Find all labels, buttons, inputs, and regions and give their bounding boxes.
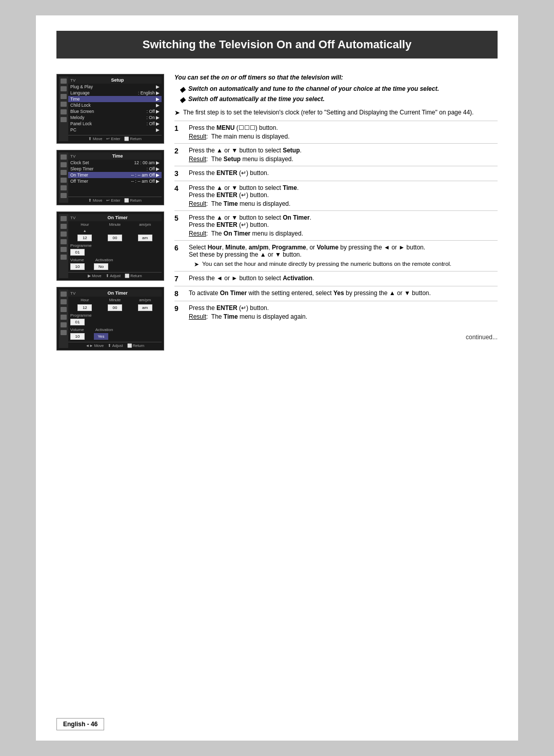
step-2-content: Press the ▲ or ▼ button to select Setup.… [189,147,498,163]
setup-row-time: Time▶ [68,96,162,102]
setup-row-melody: Melody: On ▶ [68,114,162,121]
sidebar-icon-o1f [61,255,67,260]
sidebar-icon-1 [61,79,67,84]
sidebar-icon-o2e [61,322,67,327]
sidebar-icon-o2b [61,299,67,304]
footer-text: English - 46 [63,721,97,728]
ontimer1-footer: ▶ Move ⬆ Adjust ⬜ Return [68,272,162,278]
ontimer1-grid: Hour Minute am/pm [68,221,162,228]
step-9-num: 9 [174,304,184,320]
ontimer1-arrows-up: ▲ [68,228,162,234]
sidebar-icon-t3 [61,170,67,175]
title-box: Switching the Television On and Off Auto… [56,31,498,59]
step-7-content: Press the ◄ or ► button to select Activa… [189,275,498,283]
time-row-sleep: Sleep Timer: Off ▶ [68,166,162,172]
time-row-ontimer: On Timer-- : -- am Off ▶ [68,172,162,178]
menu-sidebar-4 [59,289,68,348]
page-title: Switching the Television On and Off Auto… [68,38,486,51]
step-6-note-text: You can set the hour and minute directly… [202,261,451,268]
step-3: 3 Press the ENTER (↵) button. [174,166,498,181]
step-4-result: Result: The Time menu is displayed. [189,200,498,207]
step-6: 6 Select Hour, Minute, am/pm, Programme,… [174,240,498,271]
step-7: 7 Press the ◄ or ► button to select Acti… [174,271,498,286]
sidebar-icon-2 [61,86,67,91]
step-2-text: Press the ▲ or ▼ button to select Setup. [189,147,302,154]
sidebar-icon-5 [61,109,67,114]
bullet-text-1: Switch on automatically and tune to the … [188,85,439,93]
ontimer1-vol-act-labels: Volume Activation [68,257,162,263]
page: Switching the Television On and Off Auto… [36,15,518,741]
step-9: 9 Press the ENTER (↵) button. Result: Th… [174,301,498,323]
arrow-symbol-intro: ➤ [174,109,180,117]
bullet-item-2: ◆ Switch off automatically at the time y… [180,95,498,104]
sidebar-icon-t1 [61,154,67,160]
setup-menu-main: TV Setup Plug & Play▶ Language: English … [68,76,162,141]
bullet-text-2: Switch off automatically at the time you… [188,95,325,104]
ontimer2-main: TV On Timer Hour Minute am/pm 12 00 [68,289,162,348]
sidebar-icon-4 [61,102,67,107]
step-9-text: Press the ENTER (↵) button. [189,304,269,312]
setup-row-plug: Plug & Play▶ [68,84,162,90]
time-row-clockset: Clock Set12 : 00 am ▶ [68,160,162,166]
step-8-content: To activate On Timer with the setting en… [189,289,498,298]
step-2: 2 Press the ▲ or ▼ button to select Setu… [174,143,498,166]
ontimer1-prog-val: 01 [68,249,162,257]
content-area: TV Setup Plug & Play▶ Language: English … [56,74,498,351]
step-4: 4 Press the ▲ or ▼ button to select Time… [174,181,498,210]
sidebar-icon-o2c [61,307,67,312]
sidebar-icon-o2f [61,330,67,335]
setup-menu-title: Setup [111,77,124,83]
ontimer2-prog-val: 01 [68,319,162,326]
ontimer1-screenshot: TV On Timer Hour Minute am/pm ▲ [56,211,164,281]
bullet-diamond-2: ◆ [180,95,185,104]
ontimer2-screenshot: TV On Timer Hour Minute am/pm 12 00 [56,287,164,351]
step-5-result: Result: The On Timer menu is displayed. [189,230,498,237]
step-6-text2: Set these by pressing the ▲ or ▼ button. [189,251,498,258]
left-column: TV Setup Plug & Play▶ Language: English … [56,74,164,351]
step-4-num: 4 [174,184,184,207]
step-5-num: 5 [174,214,184,237]
step-6-num: 6 [174,244,184,268]
ontimer2-vol-act-labels: Volume Activation [68,326,162,333]
sidebar-icon-t2 [61,162,67,167]
step-3-num: 3 [174,169,184,178]
ontimer2-prog-label: Programme [68,312,162,319]
sidebar-icon-o2a [61,292,67,297]
step-4-text1: Press the ▲ or ▼ button to select Time. [189,184,498,191]
sidebar-icon-o1c [61,231,67,237]
right-column: You can set the on or off timers so that… [174,74,498,351]
setup-row-childlock: Child Lock▶ [68,102,162,108]
menu-sidebar-3 [59,214,68,278]
ontimer1-main: TV On Timer Hour Minute am/pm ▲ [68,214,162,278]
sidebar-icon-t6 [61,193,67,198]
step-2-num: 2 [174,147,184,163]
ontimer2-values: 12 00 am [68,303,162,312]
step-8-text: To activate On Timer with the setting en… [189,289,431,297]
step-4-content: Press the ▲ or ▼ button to select Time. … [189,184,498,207]
setup-row-pc: PC▶ [68,127,162,133]
setup-row-bluescreen: Blue Screen: Off ▶ [68,108,162,114]
intro-text: You can set the on or off timers so that… [174,74,498,81]
step-5-text2: Press the ENTER (↵) button. [189,221,498,228]
step-7-num: 7 [174,275,184,283]
ontimer2-footer: ◄► Move ⬆ Adjust ⬜ Return [68,342,162,348]
continued-text: continued... [174,334,498,341]
setup-menu-screenshot: TV Setup Plug & Play▶ Language: English … [56,74,164,144]
step-1-num: 1 [174,124,184,140]
step-5-content: Press the ▲ or ▼ button to select On Tim… [189,214,498,237]
step-3-text: Press the ENTER (↵) button. [189,169,269,177]
time-row-offtimer: Off Timer-- : -- am Off ▶ [68,178,162,184]
bullet-diamond-1: ◆ [180,85,185,93]
step-9-result: Result: The Time menu is displayed again… [189,313,498,320]
step-8: 8 To activate On Timer with the setting … [174,286,498,301]
ontimer1-prog-label: Programme [68,242,162,249]
sidebar-icon-6 [61,117,67,122]
step-3-content: Press the ENTER (↵) button. [189,169,498,178]
step-1-text: Press the MENU (☐☐☐) button. [189,124,278,131]
menu-sidebar-1 [59,76,68,141]
bullet-item-1: ◆ Switch on automatically and tune to th… [180,85,498,93]
time-menu-main: TV Time Clock Set12 : 00 am ▶ Sleep Time… [68,152,162,203]
ontimer2-vol-act-vals: 10 Yes [68,333,162,340]
step-6-arrow: ➤ [194,261,199,268]
setup-menu-footer: ⬆ Move ↩ Enter ⬜ Return [68,135,162,141]
